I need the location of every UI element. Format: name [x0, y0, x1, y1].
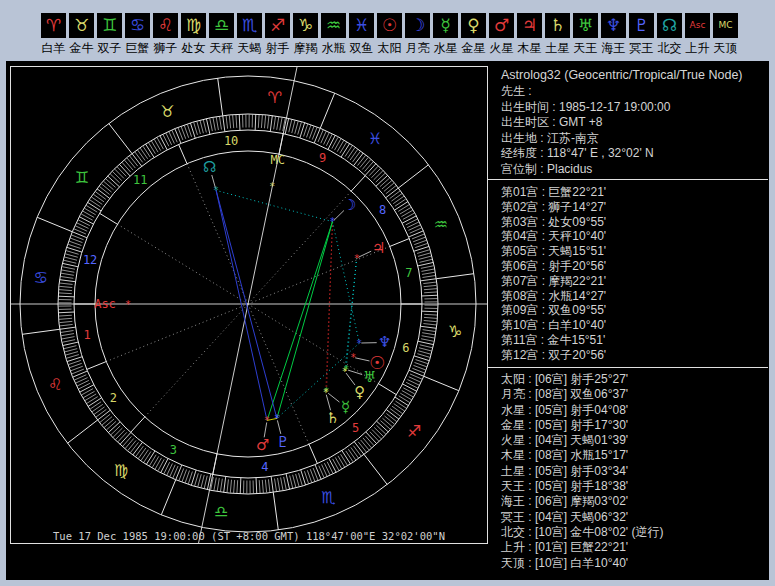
- toolbar-label-taurus: 金牛: [68, 40, 96, 57]
- svg-text:9: 9: [319, 151, 326, 165]
- svg-text:1: 1: [83, 328, 90, 342]
- house-cusp-line: 第09宫 : 双鱼09°55': [501, 303, 606, 318]
- house-cusp-line: 第02宫 : 狮子14°27': [501, 200, 606, 215]
- svg-text:*: *: [213, 185, 219, 196]
- toolbar-icon-aquarius[interactable]: ♒: [321, 13, 346, 38]
- toolbar-label-aries: 白羊: [40, 40, 68, 57]
- toolbar-icon-pluto[interactable]: ♇: [629, 13, 654, 38]
- planet-position-line: 水星 : [05宫] 射手04°08': [501, 403, 663, 418]
- toolbar-icon-asc[interactable]: Asc: [685, 13, 710, 38]
- svg-text:*: *: [125, 299, 131, 310]
- toolbar-icon-mercury[interactable]: ☿: [433, 13, 458, 38]
- svg-text:♄: ♄: [326, 409, 339, 427]
- planet-position-line: 月亮 : [08宫] 双鱼06°37': [501, 387, 663, 402]
- toolbar-icon-saturn[interactable]: ♄: [545, 13, 570, 38]
- svg-text:*: *: [329, 216, 335, 227]
- svg-text:MC: MC: [271, 153, 285, 167]
- planet-position-line: 土星 : [05宫] 射手03°34': [501, 464, 663, 479]
- toolbar-icon-neptune[interactable]: ♆: [601, 13, 626, 38]
- svg-text:4: 4: [261, 460, 268, 474]
- planet-position-line: 冥王 : [04宫] 天蝎06°32': [501, 510, 663, 525]
- toolbar-label-mercury: 水星: [432, 40, 460, 57]
- aquarius-icon: ♒: [326, 17, 341, 34]
- toolbar-icon-north-node[interactable]: ☊: [657, 13, 682, 38]
- toolbar-label-saturn: 土星: [544, 40, 572, 57]
- svg-text:♈: ♈: [268, 88, 282, 107]
- svg-text:*: *: [343, 364, 349, 375]
- toolbar-icon-scorpio[interactable]: ♏: [237, 13, 262, 38]
- planet-position-line: 金星 : [05宫] 射手17°30': [501, 418, 663, 433]
- toolbar-label-pluto: 冥王: [628, 40, 656, 57]
- sagittarius-icon: ♐: [270, 17, 285, 34]
- toolbar-label-asc: 上升: [684, 40, 712, 57]
- planet-position-line: 上升 : [01宫] 巨蟹22°21': [501, 540, 663, 555]
- toolbar-icon-sun[interactable]: ☉: [377, 13, 402, 38]
- toolbar-icon-mars[interactable]: ♂: [489, 13, 514, 38]
- toolbar-icon-capricorn[interactable]: ♑: [293, 13, 318, 38]
- svg-text:♎: ♎: [214, 502, 228, 521]
- toolbar-icon-venus[interactable]: ♀: [461, 13, 486, 38]
- svg-text:♏: ♏: [321, 488, 335, 507]
- svg-text:♍: ♍: [114, 461, 128, 480]
- planet-position-line: 海王 : [06宫] 摩羯03°02': [501, 494, 663, 509]
- mercury-icon: ☿: [440, 17, 450, 34]
- panel-separator: [487, 367, 768, 368]
- mc-icon: MC: [718, 21, 732, 30]
- svg-text:☿: ☿: [341, 398, 350, 416]
- libra-icon: ♎: [214, 17, 229, 34]
- toolbar-label-gemini: 双子: [96, 40, 124, 57]
- toolbar-label-sun: 太阳: [376, 40, 404, 57]
- svg-text:*: *: [269, 181, 275, 192]
- toolbar-icon-gemini[interactable]: ♊: [97, 13, 122, 38]
- toolbar-icon-libra[interactable]: ♎: [209, 13, 234, 38]
- svg-text:☽: ☽: [343, 196, 356, 214]
- toolbar-label-leo: 狮子: [152, 40, 180, 57]
- house-cusp-line: 第01宫 : 巨蟹22°21': [501, 185, 606, 200]
- app-window: ♈♉♊♋♌♍♎♏♐♑♒♓☉☽☿♀♂♃♄♅♆♇☊AscMC 白羊金牛双子巨蟹狮子处…: [0, 0, 775, 586]
- toolbar-label-sagittarius: 射手: [264, 40, 292, 57]
- toolbar-icon-pisces[interactable]: ♓: [349, 13, 374, 38]
- svg-text:♌: ♌: [48, 375, 62, 394]
- toolbar-label-aquarius: 水瓶: [320, 40, 348, 57]
- svg-text:*: *: [264, 415, 270, 426]
- toolbar-icon-jupiter[interactable]: ♃: [517, 13, 542, 38]
- house-cusp-line: 第10宫 : 白羊10°40': [501, 318, 606, 333]
- house-cusp-line: 第07宫 : 摩羯22°21': [501, 274, 606, 289]
- planet-position-line: 天顶 : [10宫] 白羊10°40': [501, 556, 663, 571]
- pluto-icon: ♇: [634, 17, 649, 34]
- svg-text:*: *: [274, 413, 280, 424]
- toolbar-icon-uranus[interactable]: ♅: [573, 13, 598, 38]
- svg-text:*: *: [354, 253, 360, 264]
- gemini-icon: ♊: [102, 17, 117, 34]
- svg-text:♂: ♂: [256, 436, 269, 454]
- venus-icon: ♀: [467, 17, 479, 34]
- toolbar-icon-cancer[interactable]: ♋: [125, 13, 150, 38]
- svg-text:2: 2: [110, 391, 117, 405]
- birth-info-line: 先生 :: [501, 84, 670, 100]
- toolbar-label-pisces: 双鱼: [348, 40, 376, 57]
- birth-info-list: 先生 :出生时间 : 1985-12-17 19:00:00出生时区 : GMT…: [501, 84, 670, 177]
- toolbar-icon-taurus[interactable]: ♉: [69, 13, 94, 38]
- svg-text:♒: ♒: [434, 215, 448, 234]
- pisces-icon: ♓: [354, 17, 369, 34]
- birth-info-line: 出生地 : 江苏-南京: [501, 131, 670, 147]
- toolbar-icon-mc[interactable]: MC: [713, 13, 738, 38]
- svg-text:5: 5: [352, 421, 359, 435]
- svg-text:♊: ♊: [75, 168, 89, 187]
- house-cusp-line: 第06宫 : 射手20°56': [501, 259, 606, 274]
- toolbar-label-north-node: 北交: [656, 40, 684, 57]
- leo-icon: ♌: [158, 17, 173, 34]
- svg-text:11: 11: [133, 173, 147, 187]
- planet-position-line: 北交 : [10宫] 金牛08°02' (逆行): [501, 525, 663, 540]
- toolbar-icon-aries[interactable]: ♈: [41, 13, 66, 38]
- toolbar-icon-sagittarius[interactable]: ♐: [265, 13, 290, 38]
- toolbar-icon-leo[interactable]: ♌: [153, 13, 178, 38]
- toolbar-label-scorpio: 天蝎: [236, 40, 264, 57]
- planet-position-line: 天王 : [05宫] 射手18°38': [501, 479, 663, 494]
- toolbar-icon-virgo[interactable]: ♍: [181, 13, 206, 38]
- svg-text:♃: ♃: [372, 239, 385, 257]
- svg-text:10: 10: [224, 134, 238, 148]
- svg-text:3: 3: [170, 443, 177, 457]
- capricorn-icon: ♑: [298, 17, 313, 34]
- toolbar-icon-moon[interactable]: ☽: [405, 13, 430, 38]
